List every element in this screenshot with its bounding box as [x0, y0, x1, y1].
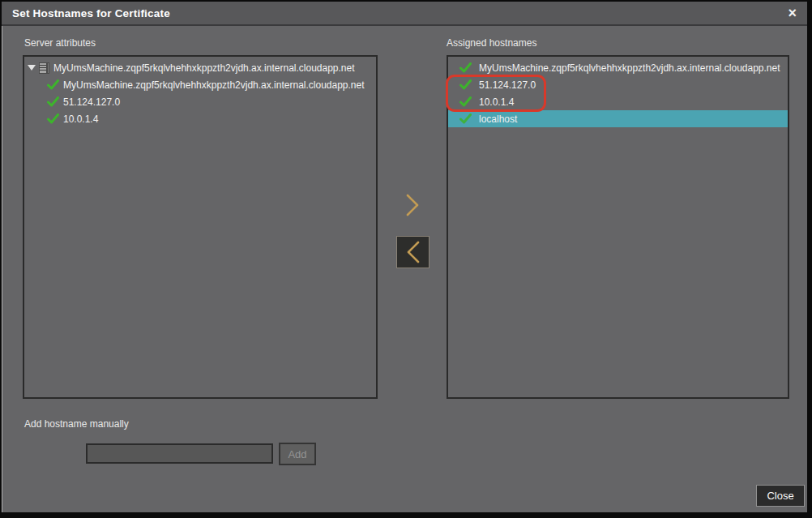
right-chevron-icon — [404, 193, 421, 217]
add-hostname-label: Add hostname manually — [24, 418, 129, 430]
check-icon — [459, 62, 472, 73]
tree-item[interactable]: 51.124.127.0 — [24, 93, 376, 110]
left-chevron-icon — [404, 240, 422, 264]
close-icon[interactable]: × — [788, 6, 797, 19]
check-icon — [47, 113, 59, 124]
check-icon — [47, 79, 59, 90]
check-icon — [459, 79, 472, 90]
list-item[interactable]: 51.124.127.0 — [448, 76, 788, 93]
dialog-title: Set Hostnames for Certificate — [12, 7, 170, 19]
list-item-label: MyUmsMachine.zqpf5rkqlvhehhxkppzth2vjdh.… — [479, 62, 780, 74]
close-button[interactable]: Close — [756, 485, 805, 507]
assigned-hostnames-label: Assigned hostnames — [447, 37, 536, 49]
check-icon — [47, 96, 59, 107]
list-item[interactable]: MyUmsMachine.zqpf5rkqlvhehhxkppzth2vjdh.… — [448, 59, 788, 76]
unassign-button[interactable] — [396, 236, 430, 268]
tree-item[interactable]: 10.0.1.4 — [24, 110, 376, 127]
expand-triangle-icon[interactable] — [28, 65, 36, 71]
tree-item[interactable]: MyUmsMachine.zqpf5rkqlvhehhxkppzth2vjdh.… — [24, 76, 376, 93]
assigned-hostnames-list: MyUmsMachine.zqpf5rkqlvhehhxkppzth2vjdh.… — [447, 55, 789, 399]
tree-item-label: 10.0.1.4 — [63, 113, 98, 125]
list-item-label: 10.0.1.4 — [479, 96, 514, 108]
server-icon — [39, 62, 49, 74]
assign-button[interactable] — [400, 191, 425, 219]
tree-root-row[interactable]: MyUmsMachine.zqpf5rkqlvhehhxkppzth2vjdh.… — [24, 59, 376, 76]
hostname-input[interactable] — [86, 443, 273, 464]
tree-item-label: 51.124.127.0 — [63, 96, 120, 108]
check-icon — [459, 113, 472, 124]
server-attributes-tree: MyUmsMachine.zqpf5rkqlvhehhxkppzth2vjdh.… — [23, 55, 378, 399]
tree-root-label: MyUmsMachine.zqpf5rkqlvhehhxkppzth2vjdh.… — [53, 62, 355, 74]
add-button[interactable]: Add — [279, 443, 316, 465]
server-attributes-label: Server attributes — [24, 37, 96, 49]
list-item[interactable]: 10.0.1.4 — [448, 93, 788, 110]
titlebar[interactable]: Set Hostnames for Certificate × — [2, 2, 807, 26]
dialog-window: Set Hostnames for Certificate × Server a… — [0, 0, 812, 518]
list-item-selected[interactable]: localhost — [448, 110, 788, 127]
check-icon — [459, 96, 472, 107]
tree-item-label: MyUmsMachine.zqpf5rkqlvhehhxkppzth2vjdh.… — [63, 79, 365, 91]
list-item-label: localhost — [479, 113, 517, 125]
list-item-label: 51.124.127.0 — [479, 79, 536, 91]
